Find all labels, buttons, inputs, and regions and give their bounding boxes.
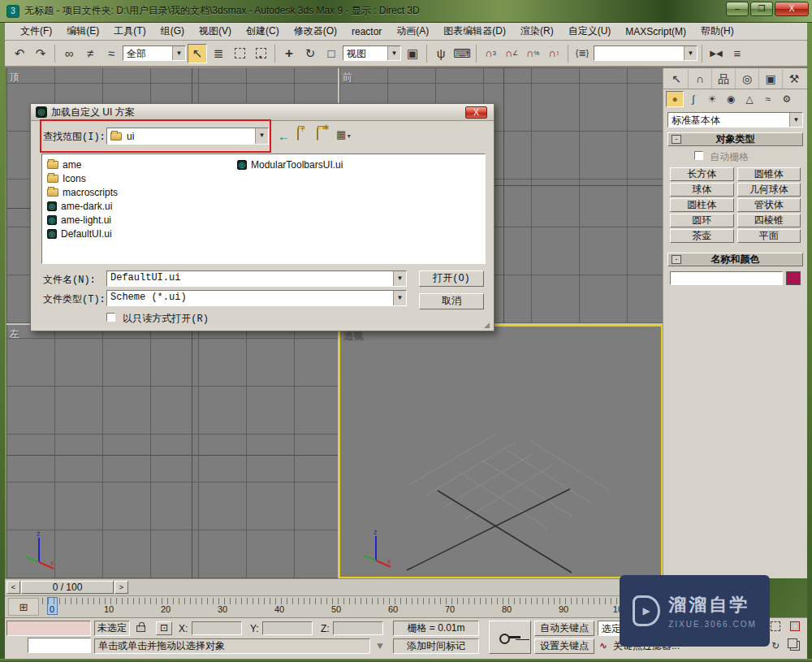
tab-create-icon[interactable]: ↖: [665, 69, 689, 89]
dialog-title-bar[interactable]: ◎ 加载自定义 UI 方案 X: [31, 104, 494, 121]
bind-to-spacewarp-icon[interactable]: ≈: [102, 44, 121, 63]
x-coordinate-field[interactable]: [192, 621, 242, 635]
cone-button[interactable]: 圆锥体: [737, 167, 801, 181]
open-button[interactable]: 打开(O): [419, 270, 484, 287]
tab-modify-icon[interactable]: ∩: [689, 69, 712, 89]
category-cameras-icon[interactable]: ◉: [722, 91, 740, 107]
teapot-button[interactable]: 茶壶: [670, 229, 734, 243]
category-helpers-icon[interactable]: △: [741, 91, 758, 107]
list-item-file[interactable]: ◎ame-light.ui: [47, 213, 118, 227]
autogrid-checkbox[interactable]: [694, 151, 703, 160]
name-color-rollout[interactable]: - 名称和颜色: [667, 253, 803, 266]
object-color-swatch[interactable]: [786, 271, 801, 285]
title-bar[interactable]: 3 无标题 - 项目文件夹: D:\用户目录\我的文档\3dsmax - Aut…: [0, 0, 812, 23]
select-object-icon[interactable]: ↖: [188, 44, 207, 63]
select-and-move-icon[interactable]: +: [279, 44, 299, 63]
category-lights-icon[interactable]: ☀: [703, 91, 721, 107]
redo-icon[interactable]: ↷: [31, 44, 50, 63]
chevron-down-icon[interactable]: ▼: [172, 46, 185, 60]
z-coordinate-field[interactable]: [333, 621, 383, 635]
list-item-file[interactable]: ◎ame-dark.ui: [47, 199, 118, 213]
chevron-down-icon[interactable]: ▼: [255, 128, 268, 144]
select-and-link-icon[interactable]: ∞: [59, 44, 79, 63]
named-selection-dropdown[interactable]: ▼: [594, 45, 698, 61]
unlink-selection-icon[interactable]: ≠: [80, 44, 100, 63]
chevron-down-icon[interactable]: ▼: [789, 113, 802, 127]
dialog-close-icon[interactable]: X: [465, 106, 487, 119]
list-item-file[interactable]: ◎ModularToolbarsUI.ui: [237, 158, 343, 171]
menu-graph-editors[interactable]: 图表编辑器(D): [436, 23, 513, 40]
tab-display-icon[interactable]: ▣: [759, 69, 783, 89]
menu-animation[interactable]: 动画(A): [389, 23, 436, 40]
category-spacewarps-icon[interactable]: ≈: [759, 91, 777, 107]
restore-button[interactable]: ❐: [750, 2, 773, 16]
select-and-rotate-icon[interactable]: ↻: [300, 44, 320, 63]
menu-views[interactable]: 视图(V): [192, 23, 239, 40]
box-button[interactable]: 长方体: [670, 167, 734, 181]
look-in-dropdown[interactable]: ui ▼: [106, 128, 269, 145]
menu-tools[interactable]: 工具(T): [106, 23, 153, 40]
viewport-top-label[interactable]: 顶: [10, 71, 19, 84]
prompt-arrow-icon[interactable]: ▼: [375, 640, 385, 651]
y-coordinate-field[interactable]: [262, 621, 313, 635]
menu-maxscript[interactable]: MAXScript(M): [618, 24, 693, 39]
chevron-down-icon[interactable]: ▼: [684, 46, 697, 60]
menu-help[interactable]: 帮助(H): [693, 23, 741, 40]
pyramid-button[interactable]: 四棱锥: [737, 214, 801, 227]
menu-create[interactable]: 创建(C): [239, 23, 287, 40]
object-name-input[interactable]: [670, 271, 783, 285]
chevron-down-icon[interactable]: ▼: [393, 271, 406, 286]
resize-grip[interactable]: ◢: [484, 321, 492, 329]
next-frame-icon[interactable]: >: [114, 581, 128, 594]
menu-customize[interactable]: 自定义(U): [561, 23, 619, 40]
maxscript-mini-listener-white[interactable]: [28, 638, 91, 653]
reference-coordinate-dropdown[interactable]: 视图 ▼: [343, 45, 401, 61]
file-name-dropdown[interactable]: DefaultUI.ui ▼: [106, 270, 407, 287]
menu-modifiers[interactable]: 修改器(O): [287, 23, 344, 40]
snap-toggle-3d-icon[interactable]: ∩3: [481, 44, 500, 63]
file-list[interactable]: ame Icons macroscripts ◎ame-dark.ui ◎ame…: [41, 154, 486, 264]
maximize-viewport-toggle-icon[interactable]: [786, 638, 804, 654]
named-selection-sets-icon[interactable]: {≣}: [572, 44, 592, 63]
window-crossing-icon[interactable]: [251, 44, 270, 63]
up-one-level-icon[interactable]: ↑: [297, 128, 299, 140]
viewport-front-label[interactable]: 前: [343, 71, 352, 84]
tube-button[interactable]: 管状体: [737, 198, 801, 212]
chevron-down-icon[interactable]: ▼: [387, 46, 400, 60]
chevron-down-icon[interactable]: ▼: [393, 291, 406, 305]
category-shapes-icon[interactable]: ∫: [685, 91, 702, 107]
track-bar-ruler[interactable]: 0 10 20 30 40 50 60 70 80 90 100: [42, 596, 661, 618]
rectangular-region-icon[interactable]: [230, 44, 249, 63]
menu-file[interactable]: 文件(F): [13, 23, 59, 40]
auto-key-button[interactable]: 自动关键点: [534, 621, 594, 636]
select-and-scale-icon[interactable]: □: [322, 44, 341, 63]
collapse-icon[interactable]: -: [672, 255, 681, 264]
selection-filter-dropdown[interactable]: 全部 ▼: [123, 45, 186, 61]
zoom-extents-all-icon[interactable]: [786, 618, 804, 634]
set-key-button[interactable]: 设置关键点: [534, 638, 594, 654]
torus-button[interactable]: 圆环: [670, 214, 734, 227]
object-type-rollout[interactable]: - 对象类型: [667, 132, 803, 146]
previous-frame-icon[interactable]: <: [6, 581, 20, 594]
collapse-icon[interactable]: -: [672, 135, 681, 144]
category-systems-icon[interactable]: ⚙: [778, 91, 796, 107]
list-item-folder[interactable]: Icons: [47, 171, 118, 185]
auto-key-icon[interactable]: [489, 621, 531, 654]
angle-snap-icon[interactable]: ∩∠: [502, 44, 521, 63]
minimize-button[interactable]: –: [726, 2, 749, 16]
viewport-left-label[interactable]: 左: [10, 327, 19, 341]
new-folder-icon[interactable]: ✱: [317, 128, 318, 140]
viewport-left[interactable]: 左 z x: [6, 325, 338, 578]
keyboard-override-icon[interactable]: ⌨: [452, 44, 472, 63]
back-icon[interactable]: ←: [278, 129, 290, 143]
align-icon[interactable]: ≡: [728, 44, 747, 63]
cancel-button[interactable]: 取消: [419, 293, 484, 309]
tab-utilities-icon[interactable]: ⚒: [783, 69, 806, 89]
maxscript-mini-listener-pink[interactable]: [6, 621, 91, 636]
cylinder-button[interactable]: 圆柱体: [670, 198, 734, 212]
menu-edit[interactable]: 编辑(E): [59, 23, 106, 40]
menu-group[interactable]: 组(G): [153, 23, 192, 40]
view-menu-icon[interactable]: ▦▼: [336, 128, 352, 141]
menu-rendering[interactable]: 渲染(R): [513, 23, 561, 40]
tab-motion-icon[interactable]: ◎: [736, 69, 759, 89]
